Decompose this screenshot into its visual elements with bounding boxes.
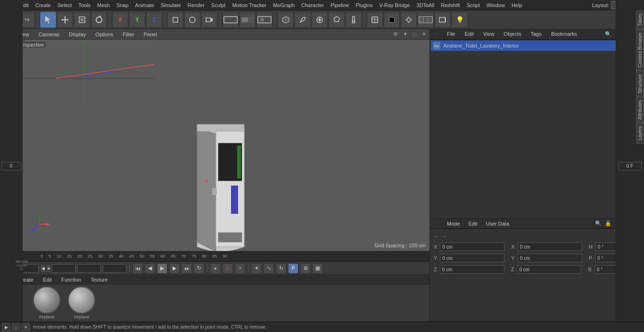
viewport-close-icon[interactable]: ✕ (420, 31, 428, 38)
fcurve-btn[interactable]: ▦ (313, 263, 323, 274)
menu-render[interactable]: Render (185, 1, 207, 9)
options-menu[interactable]: Options (92, 31, 116, 38)
goto-end-btn[interactable]: ⏭ (182, 263, 192, 274)
prev-frame-btn[interactable]: ◀ (145, 263, 155, 274)
scene-button[interactable] (367, 12, 383, 28)
menu-plugins[interactable]: Plugins (353, 1, 375, 9)
camera-button[interactable] (201, 12, 217, 28)
move-key-btn[interactable]: ✦ (251, 263, 262, 274)
rp-tab-objects[interactable]: Objects (500, 30, 525, 39)
menu-motion-tracker[interactable]: Motion Tracker (229, 1, 269, 9)
motion-path-btn[interactable]: ? (235, 263, 245, 274)
tab-takes[interactable]: Takes (636, 10, 644, 29)
grid-key-btn[interactable]: ⊞ (300, 263, 311, 274)
menu-window[interactable]: Window (484, 1, 508, 9)
cameras-menu[interactable]: Cameras (36, 31, 63, 38)
object-item-airplane[interactable]: Lo Airplane_Toilet_Lavatory_Interior (431, 40, 643, 51)
viewport-move-icon[interactable]: ✦ (401, 31, 409, 38)
tab-content-browser[interactable]: Content Browser (636, 29, 644, 71)
menu-animate[interactable]: Animate (132, 1, 157, 9)
param-key-btn[interactable]: P (288, 263, 298, 274)
frame-end1-input[interactable]: 90 F (77, 264, 101, 273)
attr-hz-input[interactable] (517, 265, 581, 274)
menu-redshift[interactable]: Redshift (438, 1, 462, 9)
rp-tab-tags[interactable]: Tags (527, 30, 545, 39)
attr-z-input[interactable] (440, 265, 504, 274)
menu-help[interactable]: Help (509, 1, 525, 9)
frame-current-input[interactable]: 0 F (52, 264, 75, 273)
menu-tools[interactable]: Tools (75, 1, 93, 9)
panel-menu[interactable]: Panel (141, 31, 160, 38)
render-picture-button[interactable] (256, 12, 272, 28)
menu-mograph[interactable]: MoGraph (270, 1, 297, 9)
attr-lock-icon[interactable]: 🔒 (604, 219, 612, 228)
menu-3dtoall[interactable]: 3DToAll (413, 1, 437, 9)
object-button[interactable] (167, 12, 183, 28)
attr-search-icon[interactable]: 🔍 (594, 219, 603, 228)
attr-hy-input[interactable] (518, 254, 582, 262)
scale-tool-button[interactable] (74, 12, 90, 28)
axis-z-button[interactable]: Z (146, 12, 162, 28)
attr-y-input[interactable] (440, 254, 504, 262)
mat-texture-menu[interactable]: Texture (88, 276, 110, 283)
frame-prev-btn[interactable]: ◀ (41, 264, 46, 273)
polygon-button[interactable] (329, 12, 345, 28)
menu-pipeline[interactable]: Pipeline (328, 1, 352, 9)
select-tool-button[interactable] (40, 12, 56, 28)
menu-sculpt[interactable]: Sculpt (208, 1, 229, 9)
rp-tab-edit[interactable]: Edit (461, 30, 478, 39)
rp-tab-bookmarks[interactable]: Bookmarks (547, 30, 581, 39)
material-manager-button[interactable] (384, 12, 400, 28)
menu-simulate[interactable]: Simulate (158, 1, 184, 9)
keyframe-btn[interactable]: ● (210, 263, 221, 274)
material-swatch-2[interactable]: Airplane (65, 286, 98, 320)
menu-create[interactable]: Create (33, 1, 54, 9)
rotate-tool-button[interactable] (91, 12, 107, 28)
menu-character[interactable]: Character (298, 1, 327, 9)
filter-menu[interactable]: Filter (120, 31, 137, 38)
loop-btn[interactable]: ↻ (194, 263, 204, 274)
menu-mesh[interactable]: Mesh (94, 1, 113, 9)
material-swatch-1[interactable]: Airplane (30, 286, 63, 320)
object-list[interactable]: Lo Airplane_Toilet_Lavatory_Interior (430, 40, 644, 218)
frame-end2-input[interactable]: 90 F (103, 264, 126, 273)
display-menu[interactable]: Display (66, 31, 89, 38)
add-button[interactable] (312, 12, 328, 28)
tab-layers[interactable]: Layers (636, 123, 644, 144)
attr-hx-input[interactable] (518, 243, 582, 251)
tab-attributes[interactable]: Attributes (636, 97, 644, 123)
status-play-icon[interactable]: ▶ (2, 323, 10, 332)
menu-script[interactable]: Script (464, 1, 483, 9)
auto-key-btn[interactable]: ⊙ (223, 263, 233, 274)
move-tool-button[interactable] (57, 12, 73, 28)
viewport-settings-icon[interactable]: ⚙ (392, 31, 399, 38)
attr-user-data-tab[interactable]: User Data (483, 220, 512, 227)
rp-search-icon[interactable]: 🔍 (604, 30, 612, 39)
camera-view-button[interactable] (435, 12, 451, 28)
status-close-icon[interactable]: ✕ (22, 323, 30, 332)
goto-start-btn[interactable]: ⏮ (132, 263, 143, 274)
pen-tool-button[interactable] (295, 12, 311, 28)
menu-vray-bridge[interactable]: V-Ray Bridge (377, 1, 413, 9)
axis-y-button[interactable]: Y (129, 12, 145, 28)
status-window-icon[interactable]: □ (12, 323, 20, 332)
tab-structure[interactable]: Structure (636, 71, 644, 97)
grid-button[interactable] (418, 12, 434, 28)
next-frame-btn[interactable]: ▶ (169, 263, 180, 274)
attr-x-input[interactable] (440, 243, 504, 251)
attr-edit-tab[interactable]: Edit (466, 220, 480, 227)
viewport-maximize-icon[interactable]: □ (411, 31, 418, 38)
rp-tab-file[interactable]: File (443, 30, 459, 39)
null-button[interactable] (184, 12, 200, 28)
render-preview-button[interactable] (239, 12, 256, 28)
paint-brush-button[interactable] (346, 12, 362, 28)
scale-key-btn[interactable]: ⤡ (264, 263, 274, 274)
bulb-button[interactable]: 💡 (452, 12, 468, 28)
menu-snap[interactable]: Snap (114, 1, 132, 9)
viewport[interactable]: Perspective (13, 40, 429, 251)
render-region-button[interactable] (223, 12, 239, 28)
attr-mode-tab[interactable]: Mode (444, 220, 463, 227)
mat-function-menu[interactable]: Function (58, 276, 84, 283)
cube-button[interactable] (278, 12, 294, 28)
rotate-key-btn[interactable]: ↻ (276, 263, 286, 274)
